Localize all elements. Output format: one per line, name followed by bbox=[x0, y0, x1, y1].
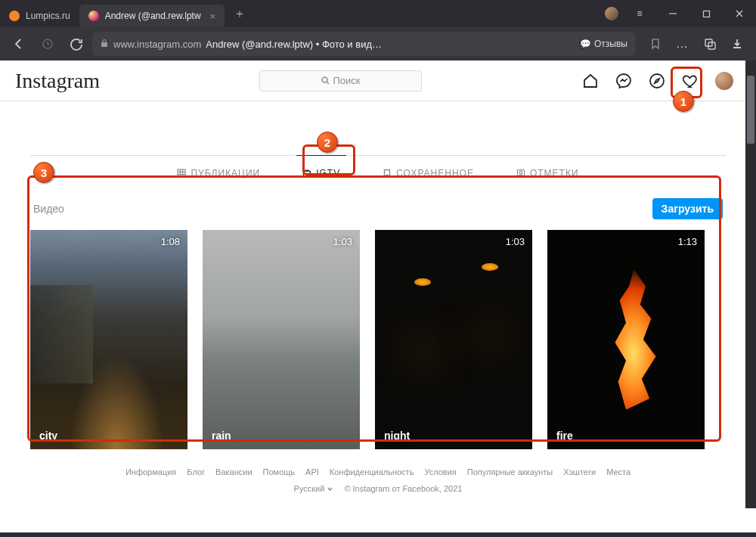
video-card[interactable]: 1:03 night bbox=[375, 230, 532, 449]
extensions-icon[interactable] bbox=[697, 31, 723, 57]
footer-link[interactable]: Вакансии bbox=[215, 467, 253, 476]
video-card[interactable]: 1:03 rain bbox=[203, 230, 360, 449]
url-title: Andrew (@and.rew.lptw) • Фото и вид… bbox=[206, 39, 382, 50]
upload-button[interactable]: Загрузить bbox=[652, 198, 723, 219]
svg-rect-5 bbox=[101, 42, 107, 47]
window-minimize-icon[interactable] bbox=[656, 0, 689, 27]
page-viewport: Instagram Поиск ПУБЛИКАЦИИ IGTV bbox=[0, 61, 756, 537]
profile-tabs: ПУБЛИКАЦИИ IGTV СОХРАНЕННОЕ ОТМЕТКИ bbox=[30, 155, 726, 191]
footer-link[interactable]: Условия bbox=[424, 467, 456, 476]
window-close-icon[interactable] bbox=[723, 0, 756, 27]
more-icon[interactable]: … bbox=[670, 31, 696, 57]
favicon-instagram bbox=[88, 11, 99, 21]
footer-link[interactable]: Популярные аккаунты bbox=[467, 467, 553, 476]
search-input[interactable]: Поиск bbox=[259, 70, 422, 92]
page-footer: Информация Блог Вакансии Помощь API Конф… bbox=[30, 467, 726, 493]
browser-titlebar: Lumpics.ru Andrew (@and.rew.lptw × ＋ ≡ bbox=[0, 0, 756, 27]
favicon-lumpics bbox=[9, 11, 20, 21]
tab-label: СОХРАНЕННОЕ bbox=[396, 168, 474, 178]
browser-address-bar: www.instagram.com Andrew (@and.rew.lptw)… bbox=[0, 27, 756, 61]
nav-back-button[interactable] bbox=[6, 31, 32, 57]
footer-link[interactable]: Информация bbox=[125, 467, 176, 476]
activity-heart-icon[interactable] bbox=[682, 73, 699, 89]
svg-line-9 bbox=[327, 82, 330, 85]
footer-link[interactable]: Хэштеги bbox=[563, 467, 596, 476]
tab-posts[interactable]: ПУБЛИКАЦИИ bbox=[171, 155, 266, 191]
lock-icon bbox=[100, 39, 109, 50]
tab-igtv[interactable]: IGTV bbox=[296, 155, 346, 191]
svg-point-10 bbox=[650, 74, 664, 88]
tagged-icon bbox=[516, 169, 525, 178]
profile-content: ПУБЛИКАЦИИ IGTV СОХРАНЕННОЕ ОТМЕТКИ Виде… bbox=[0, 101, 756, 493]
window-maximize-icon[interactable] bbox=[689, 0, 723, 27]
videos-header: Видео Загрузить bbox=[30, 198, 726, 219]
url-host: www.instagram.com bbox=[113, 39, 201, 50]
browser-tab-instagram[interactable]: Andrew (@and.rew.lptw × bbox=[79, 5, 225, 27]
tab-close-icon[interactable]: × bbox=[210, 11, 216, 22]
profile-avatar[interactable] bbox=[715, 72, 733, 90]
browser-tabs: Lumpics.ru Andrew (@and.rew.lptw × ＋ bbox=[0, 0, 600, 27]
downloads-icon[interactable] bbox=[724, 31, 750, 57]
footer-link[interactable]: Помощь bbox=[263, 467, 296, 476]
svg-rect-16 bbox=[304, 171, 311, 177]
tab-tagged[interactable]: ОТМЕТКИ bbox=[510, 155, 585, 191]
videos-label: Видео bbox=[33, 203, 64, 215]
video-duration: 1:08 bbox=[161, 236, 180, 247]
svg-point-8 bbox=[322, 77, 327, 82]
videos-grid: 1:08 city 1:03 rain 1:03 night 1:13 fire bbox=[30, 230, 726, 449]
video-title: fire bbox=[556, 430, 573, 442]
video-duration: 1:03 bbox=[506, 236, 525, 247]
search-icon bbox=[321, 76, 330, 85]
reviews-label: Отзывы bbox=[594, 39, 627, 49]
reviews-button[interactable]: 💬 Отзывы bbox=[580, 39, 627, 49]
bottom-strip bbox=[0, 532, 756, 537]
bookmark-icon bbox=[383, 169, 392, 178]
browser-menu-icon[interactable]: ≡ bbox=[623, 0, 656, 27]
footer-language-select[interactable]: Русский bbox=[294, 484, 334, 493]
svg-point-18 bbox=[519, 171, 522, 174]
video-title: night bbox=[384, 430, 410, 442]
footer-link[interactable]: Места bbox=[606, 467, 631, 476]
tab-label: ПУБЛИКАЦИИ bbox=[191, 168, 260, 178]
nav-forward-button[interactable] bbox=[35, 31, 60, 57]
footer-language-label: Русский bbox=[294, 484, 325, 493]
footer-link[interactable]: API bbox=[305, 467, 319, 476]
video-card[interactable]: 1:13 fire bbox=[547, 230, 705, 449]
url-box[interactable]: www.instagram.com Andrew (@and.rew.lptw)… bbox=[92, 32, 635, 56]
bookmark-icon[interactable] bbox=[643, 31, 668, 57]
footer-copyright: © Instagram от Facebook, 2021 bbox=[344, 484, 462, 493]
tab-label: ОТМЕТКИ bbox=[530, 168, 579, 178]
chevron-down-icon bbox=[327, 486, 333, 492]
svg-rect-1 bbox=[703, 11, 709, 17]
instagram-header: Instagram Поиск bbox=[0, 61, 756, 101]
grid-icon bbox=[177, 169, 186, 178]
tab-label: IGTV bbox=[316, 168, 340, 178]
video-duration: 1:13 bbox=[678, 236, 697, 247]
instagram-logo[interactable]: Instagram bbox=[15, 69, 100, 93]
tab-title: Andrew (@and.rew.lptw bbox=[105, 11, 201, 21]
browser-tab-lumpics[interactable]: Lumpics.ru bbox=[0, 5, 79, 27]
home-icon[interactable] bbox=[582, 73, 599, 89]
explore-icon[interactable] bbox=[649, 73, 665, 89]
window-controls: ≡ bbox=[600, 0, 756, 27]
instagram-nav bbox=[582, 72, 733, 90]
footer-links: Информация Блог Вакансии Помощь API Конф… bbox=[30, 467, 726, 476]
tab-saved[interactable]: СОХРАНЕННОЕ bbox=[376, 155, 480, 191]
tab-title: Lumpics.ru bbox=[26, 11, 70, 21]
video-duration: 1:03 bbox=[333, 236, 352, 247]
nav-reload-button[interactable] bbox=[64, 31, 89, 57]
video-title: rain bbox=[212, 430, 231, 442]
footer-link[interactable]: Конфиденциальность bbox=[330, 467, 414, 476]
igtv-icon bbox=[302, 169, 311, 178]
browser-profile-avatar[interactable] bbox=[600, 0, 623, 27]
new-tab-button[interactable]: ＋ bbox=[229, 3, 250, 24]
svg-rect-11 bbox=[178, 169, 185, 177]
footer-link[interactable]: Блог bbox=[187, 467, 205, 476]
search-placeholder: Поиск bbox=[333, 75, 360, 86]
video-title: city bbox=[39, 430, 57, 442]
video-card[interactable]: 1:08 city bbox=[30, 230, 187, 449]
messenger-icon[interactable] bbox=[615, 73, 632, 89]
